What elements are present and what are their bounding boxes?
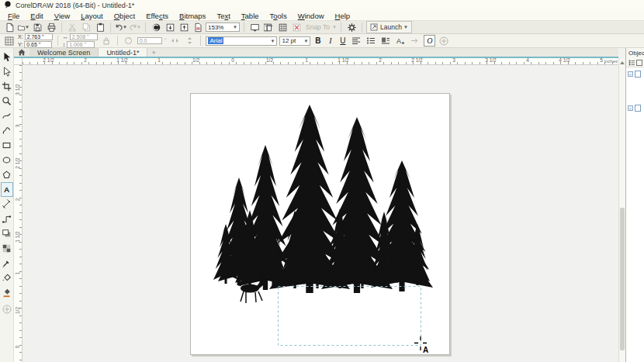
bold-button[interactable]: B: [313, 36, 323, 46]
snap-off-button[interactable]: [290, 22, 303, 33]
object-height-field[interactable]: 1.006 ": [67, 41, 95, 48]
collapse-icon[interactable]: -: [628, 71, 633, 77]
menu-view[interactable]: View: [49, 12, 75, 20]
print-button[interactable]: [45, 22, 57, 33]
objects-docker: Object - -: [625, 48, 644, 362]
text-frame-marquee[interactable]: [279, 287, 421, 346]
menu-layout[interactable]: Layout: [75, 12, 109, 20]
pine-trees-silhouette[interactable]: [213, 105, 433, 293]
smart-fill-tool[interactable]: [1, 285, 13, 300]
text-tool[interactable]: A: [1, 182, 13, 197]
menu-object[interactable]: Object: [109, 12, 140, 20]
new-document-button[interactable]: [3, 22, 16, 33]
docker-options-icon[interactable]: [636, 60, 642, 66]
shape-tool[interactable]: [1, 64, 13, 79]
toolbar-separator: [244, 22, 244, 33]
chevron-down-icon: ▼: [403, 25, 408, 29]
zoom-level-value: 153%: [208, 24, 223, 31]
font-list-combobox[interactable]: Arial ▼: [206, 36, 277, 46]
v-ruler-label: 3: [15, 119, 20, 133]
document-page[interactable]: A: [190, 93, 450, 355]
toolbox: A: [0, 48, 14, 362]
launch-button[interactable]: Launch ▼: [366, 21, 412, 33]
bulleted-list-button[interactable]: [365, 35, 377, 47]
underline-button[interactable]: U: [338, 36, 348, 46]
interactive-fill-tool[interactable]: [1, 271, 13, 285]
home-tab-button[interactable]: [14, 48, 29, 57]
drop-cap-button[interactable]: [379, 35, 392, 47]
tab-untitled-1[interactable]: Untitled-1*: [99, 48, 147, 57]
menu-tools[interactable]: Tools: [265, 12, 293, 20]
show-rulers-button[interactable]: [262, 22, 275, 33]
ruler-corner[interactable]: [14, 58, 23, 65]
paste-button[interactable]: [94, 22, 106, 33]
show-grid-button[interactable]: [276, 22, 289, 33]
parallel-dimension-tool[interactable]: [1, 197, 13, 212]
import-button[interactable]: [164, 22, 176, 33]
export-button[interactable]: [178, 22, 190, 33]
polygon-tool[interactable]: [1, 167, 13, 182]
add-command-button[interactable]: [438, 35, 450, 47]
crop-tool[interactable]: [1, 79, 13, 94]
menu-window[interactable]: Window: [293, 12, 330, 20]
menu-bitmaps[interactable]: Bitmaps: [174, 12, 211, 20]
add-tools-button[interactable]: [1, 302, 13, 316]
text-alignment-button[interactable]: [350, 35, 362, 47]
rotation-icon: [123, 35, 135, 47]
menu-text[interactable]: Text: [211, 12, 235, 20]
standard-toolbar: ▼ ▼ ▼ 153% ▼ Snap To ▼ Launch ▼: [0, 20, 644, 34]
h-ruler-label: 4: [526, 58, 529, 63]
menu-edit[interactable]: Edit: [25, 12, 48, 20]
character-formatting-button[interactable]: A: [394, 35, 407, 47]
chevron-down-icon[interactable]: ▼: [303, 39, 308, 43]
toolbar-separator: [362, 22, 362, 33]
drawing-viewport[interactable]: A: [23, 65, 618, 362]
vertical-scrollbar[interactable]: [618, 58, 625, 362]
chevron-down-icon[interactable]: ▼: [270, 39, 275, 43]
options-button[interactable]: [345, 22, 358, 33]
ellipse-tool[interactable]: [1, 153, 13, 167]
menu-effects[interactable]: Effects: [140, 12, 174, 20]
save-button[interactable]: [31, 22, 43, 33]
menu-table[interactable]: Table: [236, 12, 265, 20]
rectangle-tool[interactable]: [1, 138, 13, 153]
freehand-tool[interactable]: [1, 109, 13, 123]
font-size-combobox[interactable]: 12 pt ▼: [279, 36, 310, 46]
scrollbar-thumb[interactable]: [620, 208, 625, 350]
v-ruler-label: 0: [15, 340, 20, 354]
publish-pdf-button[interactable]: [192, 22, 204, 33]
collapse-icon[interactable]: -: [628, 105, 633, 111]
zoom-level-combobox[interactable]: 153% ▼: [206, 22, 240, 32]
italic-button[interactable]: I: [325, 36, 335, 46]
menu-help[interactable]: Help: [330, 12, 356, 20]
undo-button[interactable]: ▼: [115, 22, 127, 33]
new-tab-button[interactable]: +: [147, 48, 159, 57]
h-ruler-label: 2: [84, 58, 87, 63]
outline-button[interactable]: O: [424, 35, 435, 47]
chevron-down-icon[interactable]: ▼: [233, 25, 237, 29]
menu-file[interactable]: File: [2, 12, 25, 20]
horizontal-ruler[interactable]: inches 2 1/221 1/211/201/211 1/222 1/233…: [23, 58, 618, 65]
fullscreen-preview-button[interactable]: [248, 22, 261, 33]
tab-welcome-screen[interactable]: Welcome Screen: [29, 48, 99, 57]
pick-tool[interactable]: [1, 50, 13, 64]
docker-page-item[interactable]: -: [628, 105, 641, 112]
docker-view-icon[interactable]: [628, 60, 635, 66]
search-content-button[interactable]: [150, 22, 162, 33]
artistic-media-tool[interactable]: [1, 123, 13, 138]
x-position-field[interactable]: 2.763 ": [25, 33, 53, 40]
scroll-up-icon[interactable]: [620, 61, 625, 64]
docker-page-item[interactable]: -: [628, 71, 641, 78]
y-position-field[interactable]: 0.65 ": [24, 41, 52, 48]
transparency-tool[interactable]: [1, 241, 13, 256]
color-eyedropper-tool[interactable]: [1, 256, 13, 271]
h-ruler-label: 1: [305, 58, 308, 63]
connector-tool[interactable]: [1, 212, 13, 226]
open-button[interactable]: ▼: [17, 22, 29, 33]
object-width-field[interactable]: 2.508 ": [70, 33, 98, 40]
vertical-ruler[interactable]: 3 1/232 1/221 1/211/20: [14, 65, 23, 362]
h-ruler-label: 1 1/2: [338, 58, 348, 63]
rotation-angle-field[interactable]: 0.0: [137, 37, 162, 44]
zoom-tool[interactable]: [1, 94, 13, 109]
drop-shadow-tool[interactable]: [1, 226, 13, 241]
